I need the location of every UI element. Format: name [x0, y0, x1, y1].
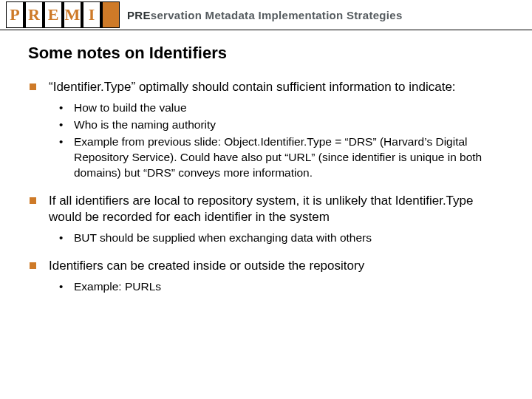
- slide-body: Some notes on Identifiers “Identifier.Ty…: [0, 30, 532, 295]
- premis-logo: P R E M I S: [6, 1, 120, 28]
- logo-letter-e: E: [45, 2, 61, 27]
- sub-bullet-item: How to build the value: [58, 100, 504, 116]
- bullet-text: “Identifier.Type” optimally should conta…: [49, 80, 456, 94]
- sub-bullet-list: BUT should be supplied when exchanging d…: [58, 231, 504, 246]
- bullet-item: Identifiers can be created inside or out…: [28, 258, 504, 295]
- sub-bullet-item: BUT should be supplied when exchanging d…: [58, 231, 504, 246]
- bullet-text: Identifiers can be created inside or out…: [49, 259, 364, 273]
- header-tagline: PREservation Metadata Implementation Str…: [120, 0, 532, 30]
- header-bar: P R E M I S PREservation Metadata Implem…: [0, 0, 532, 30]
- sub-bullet-list: How to build the value Who is the naming…: [58, 100, 504, 181]
- logo-letter-p: P: [7, 2, 23, 27]
- sub-bullet-item: Example: PURLs: [58, 279, 504, 295]
- tagline-rest: servation Metadata Implementation Strate…: [151, 9, 403, 21]
- logo-letter-r: R: [26, 2, 42, 27]
- bullet-text: If all identifiers are local to reposito…: [49, 194, 473, 225]
- tagline-prefix: PRE: [127, 9, 151, 21]
- sub-bullet-list: Example: PURLs: [58, 279, 504, 295]
- sub-bullet-item: Example from previous slide: Object.Iden…: [58, 134, 504, 181]
- bullet-list: “Identifier.Type” optimally should conta…: [28, 79, 504, 295]
- sub-bullet-item: Who is the naming authority: [58, 117, 504, 133]
- slide-title: Some notes on Identifiers: [28, 44, 504, 63]
- logo-letter-i: I: [83, 2, 100, 27]
- bullet-item: “Identifier.Type” optimally should conta…: [28, 79, 504, 181]
- bullet-item: If all identifiers are local to reposito…: [28, 193, 504, 247]
- logo-letter-s: S: [103, 2, 119, 27]
- logo-letter-m: M: [64, 2, 81, 27]
